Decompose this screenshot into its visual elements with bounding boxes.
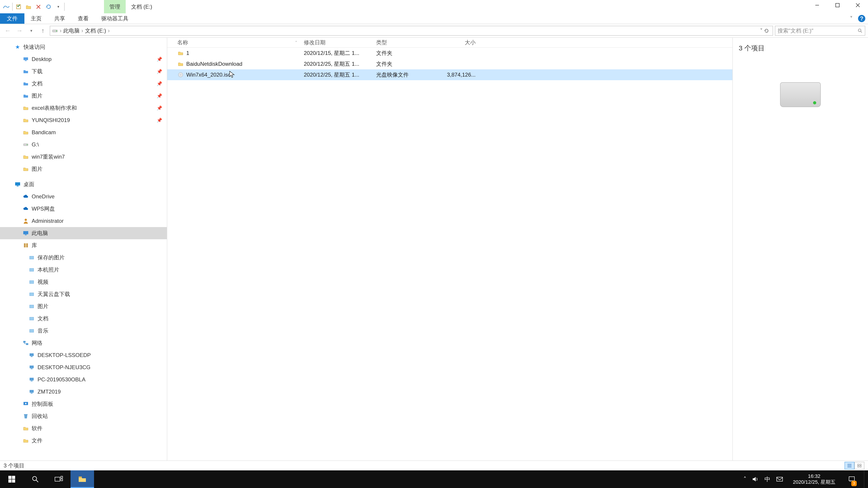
library-item-icon xyxy=(29,267,35,273)
qat-delete-icon[interactable] xyxy=(33,3,43,11)
ribbon-tab-drive-tools[interactable]: 驱动器工具 xyxy=(95,13,135,24)
nav-recent-dropdown[interactable]: ▾ xyxy=(26,26,36,36)
view-icons-button[interactable] xyxy=(855,462,864,469)
tray-mail-icon[interactable] xyxy=(776,477,783,482)
minimize-button[interactable] xyxy=(807,0,827,10)
tray-volume-icon[interactable] xyxy=(752,476,758,482)
nav-desktop-item[interactable]: WPS网盘 xyxy=(0,203,167,215)
column-header-size[interactable]: 大小 xyxy=(435,39,480,46)
breadcrumb-sep-1: › xyxy=(81,28,83,34)
taskbar-search-button[interactable] xyxy=(24,470,47,488)
nav-desktop-root[interactable]: 桌面 xyxy=(0,178,167,191)
breadcrumb-this-pc[interactable]: 此电脑 xyxy=(63,27,80,34)
column-header-name[interactable]: 名称 ˄ xyxy=(177,39,304,46)
tray-ime-indicator[interactable]: 中 xyxy=(765,475,770,483)
nav-library-item[interactable]: 天翼云盘下载 xyxy=(0,288,167,300)
svg-rect-5 xyxy=(24,57,28,60)
nav-tail-item[interactable]: 回收站 xyxy=(0,410,167,422)
tray-overflow-icon[interactable]: ˄ xyxy=(743,476,746,483)
nav-tail-item-label: 回收站 xyxy=(32,413,48,420)
breadcrumb-drive-e[interactable]: 文档 (E:) xyxy=(85,27,106,34)
navigation-pane[interactable]: ★ 快速访问 Desktop📌下载📌文档📌图片📌excel表格制作求和📌YUNQ… xyxy=(0,38,167,460)
taskbar-clock[interactable]: 16:32 2020/12/25, 星期五 xyxy=(789,473,839,485)
ribbon-tab-view[interactable]: 查看 xyxy=(71,13,95,24)
file-list-pane[interactable]: 名称 ˄ 修改日期 类型 大小 12020/12/15, 星期二 1...文件夹… xyxy=(167,38,733,460)
task-view-button[interactable] xyxy=(47,470,70,488)
nav-library-item[interactable]: 图片 xyxy=(0,300,167,313)
nav-network-item[interactable]: DESKTOP-NJEU3CG xyxy=(0,361,167,373)
taskbar-file-explorer[interactable] xyxy=(70,470,94,488)
nav-quick-item[interactable]: 图片📌 xyxy=(0,90,167,102)
file-row[interactable]: 12020/12/15, 星期二 1...文件夹 xyxy=(167,48,733,59)
nav-network-item[interactable]: PC-20190530OBLA xyxy=(0,373,167,386)
nav-quick-access[interactable]: ★ 快速访问 xyxy=(0,41,167,53)
nav-library-item[interactable]: 视频 xyxy=(0,276,167,288)
nav-desktop-item-label: OneDrive xyxy=(32,193,55,200)
address-dropdown-icon[interactable]: ˅ xyxy=(760,28,763,34)
status-text: 3 个项目 xyxy=(4,462,24,469)
address-bar-row: ← → ▾ ↑ › 此电脑 › 文档 (E:) › ˅ 搜索"文档 (E:)" xyxy=(0,24,868,38)
svg-rect-32 xyxy=(30,390,34,393)
view-details-button[interactable] xyxy=(844,462,855,469)
nav-desktop-item[interactable]: 库 xyxy=(0,239,167,252)
column-header-type[interactable]: 类型 xyxy=(376,39,435,46)
contextual-tab-manage[interactable]: 管理 xyxy=(104,0,126,13)
qat-customize-dropdown-icon[interactable]: ▾ xyxy=(53,3,63,11)
recycle-icon xyxy=(23,413,29,419)
nav-tail-item[interactable]: 软件 xyxy=(0,422,167,434)
ribbon-tab-file[interactable]: 文件 xyxy=(0,13,24,24)
qat-properties-icon[interactable] xyxy=(13,3,24,11)
nav-quick-item[interactable]: 图片 xyxy=(0,163,167,175)
nav-library-item[interactable]: 音乐 xyxy=(0,325,167,337)
svg-point-4 xyxy=(858,29,861,32)
qat-new-folder-icon[interactable] xyxy=(24,3,33,11)
nav-network-item[interactable]: ZMT2019 xyxy=(0,386,167,398)
nav-quick-item[interactable]: win7重装win7 xyxy=(0,151,167,163)
nav-quick-item[interactable]: excel表格制作求和📌 xyxy=(0,102,167,114)
nav-quick-item[interactable]: YUNQISHI2019📌 xyxy=(0,114,167,126)
address-breadcrumb[interactable]: › 此电脑 › 文档 (E:) › ˅ xyxy=(50,26,773,36)
ribbon-tab-home[interactable]: 主页 xyxy=(24,13,48,24)
nav-network-item[interactable]: DESKTOP-LSSOEDP xyxy=(0,349,167,361)
show-desktop-button[interactable] xyxy=(864,470,867,488)
svg-rect-45 xyxy=(8,480,11,483)
ribbon-expand-icon[interactable]: ˅ xyxy=(847,14,856,23)
search-icon[interactable] xyxy=(858,28,863,33)
nav-desktop-item[interactable]: Administrator xyxy=(0,215,167,227)
refresh-icon[interactable] xyxy=(764,28,769,33)
nav-library-item[interactable]: 本机照片 xyxy=(0,264,167,276)
nav-library-item[interactable]: 文档 xyxy=(0,313,167,325)
nav-library-item-label: 保存的图片 xyxy=(37,254,65,261)
nav-quick-item[interactable]: G:\ xyxy=(0,138,167,151)
qat-undo-icon[interactable] xyxy=(43,3,53,11)
nav-library-item[interactable]: 保存的图片 xyxy=(0,252,167,264)
file-date: 2020/12/25, 星期五 1... xyxy=(304,71,376,78)
svg-rect-1 xyxy=(836,3,839,7)
start-button[interactable] xyxy=(0,470,24,488)
network-icon xyxy=(23,340,29,346)
qat-app-icon[interactable] xyxy=(1,3,11,11)
nav-quick-item[interactable]: Desktop📌 xyxy=(0,53,167,65)
column-header-date[interactable]: 修改日期 xyxy=(304,39,376,46)
nav-network[interactable]: 网络 xyxy=(0,337,167,349)
maximize-button[interactable] xyxy=(827,0,848,10)
file-row[interactable]: Win7x64_2020.iso2020/12/25, 星期五 1...光盘映像… xyxy=(167,69,733,80)
svg-rect-28 xyxy=(30,365,34,368)
nav-desktop-item[interactable]: OneDrive xyxy=(0,191,167,203)
nav-tail-item[interactable]: 文件 xyxy=(0,434,167,447)
nav-back-button[interactable]: ← xyxy=(3,26,13,36)
close-button[interactable] xyxy=(848,0,868,10)
nav-quick-item[interactable]: 下载📌 xyxy=(0,65,167,77)
ribbon-tab-share[interactable]: 共享 xyxy=(48,13,71,24)
nav-forward-button[interactable]: → xyxy=(14,26,24,36)
nav-desktop-item[interactable]: 此电脑 xyxy=(0,227,167,239)
help-icon[interactable]: ? xyxy=(858,15,865,22)
nav-quick-item[interactable]: 文档📌 xyxy=(0,77,167,90)
action-center-button[interactable]: 3 xyxy=(845,470,858,488)
nav-library-item-label: 音乐 xyxy=(37,327,49,334)
file-row[interactable]: BaiduNetdiskDownload2020/12/25, 星期五 1...… xyxy=(167,59,733,69)
nav-tail-item[interactable]: 控制面板 xyxy=(0,398,167,410)
search-input[interactable]: 搜索"文档 (E:)" xyxy=(775,26,865,36)
nav-quick-item[interactable]: Bandicam xyxy=(0,126,167,138)
nav-up-button[interactable]: ↑ xyxy=(38,26,48,36)
